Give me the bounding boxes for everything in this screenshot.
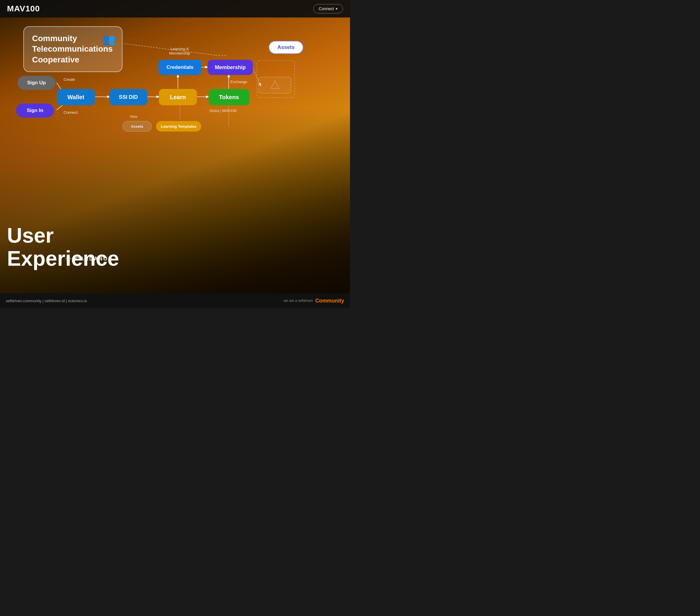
community-box: 👥 CommunityTelecommunicationsCooperative — [23, 26, 123, 72]
footer-brand-pre: we are a selfdriven — [284, 299, 313, 303]
footer-brand-main: Community — [315, 298, 344, 304]
assets-view-node[interactable]: Assets — [123, 121, 152, 131]
wallet-node[interactable]: Wallet — [57, 89, 95, 105]
community-icon: 👥 — [102, 33, 115, 46]
svg-rect-15 — [257, 60, 295, 98]
sign-up-node[interactable]: Sign Up — [17, 76, 55, 90]
ssi-did-node[interactable]: SSI DID — [109, 89, 147, 105]
user-experience-text: User Experience — [7, 224, 119, 270]
logo: MAV100 — [7, 4, 40, 13]
exchange-label: Exchange — [230, 80, 247, 84]
credentials-node[interactable]: Credentials — [158, 60, 202, 75]
svg-marker-12 — [271, 81, 279, 89]
ux-line1: User — [7, 224, 54, 247]
learning-templates-node[interactable]: Learning Templates — [156, 121, 201, 131]
tokens-node[interactable]: Tokens — [209, 89, 249, 105]
view-label: View — [130, 115, 137, 119]
sign-in-node[interactable]: Sign In — [16, 103, 54, 117]
learning-membership-label: Learning &Membership — [169, 47, 190, 55]
assets-pill-top[interactable]: Assets — [268, 41, 303, 54]
octos-label: Octos | MAV100 — [209, 109, 237, 113]
navbar: MAV100 Connect — [0, 0, 350, 17]
learn-node[interactable]: Learn — [159, 89, 197, 105]
create-label: Create — [64, 77, 75, 82]
footer: selfdriven.community | selfdriven.id | o… — [0, 293, 350, 308]
diagram-area: 👥 CommunityTelecommunicationsCooperative… — [0, 17, 350, 293]
connect-label: Connect — [64, 110, 78, 115]
footer-brand: we are a selfdriven Community — [284, 298, 344, 304]
ux-line2: Experience — [7, 247, 119, 270]
footer-links: selfdriven.community | selfdriven.id | o… — [6, 299, 87, 303]
community-title: CommunityTelecommunicationsCooperative — [32, 33, 114, 65]
membership-node[interactable]: Membership — [208, 60, 253, 75]
svg-rect-11 — [259, 77, 291, 93]
connect-button[interactable]: Connect — [313, 4, 343, 13]
svg-line-8 — [253, 67, 261, 86]
